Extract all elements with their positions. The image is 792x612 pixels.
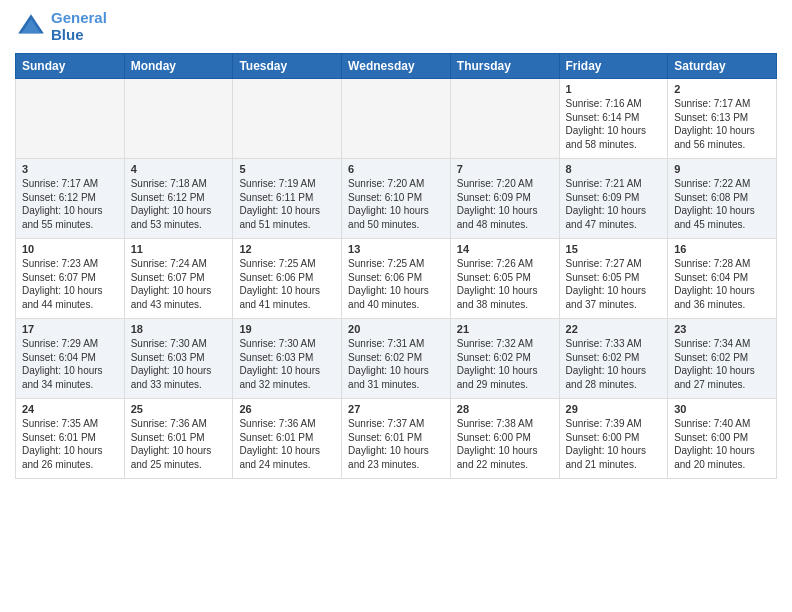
day-info: Sunrise: 7:32 AMSunset: 6:02 PMDaylight:… — [457, 337, 553, 391]
day-number: 21 — [457, 323, 553, 335]
day-number: 25 — [131, 403, 227, 415]
day-number: 12 — [239, 243, 335, 255]
day-info: Sunrise: 7:31 AMSunset: 6:02 PMDaylight:… — [348, 337, 444, 391]
day-info: Sunrise: 7:16 AMSunset: 6:14 PMDaylight:… — [566, 97, 662, 151]
day-number: 11 — [131, 243, 227, 255]
day-info: Sunrise: 7:22 AMSunset: 6:08 PMDaylight:… — [674, 177, 770, 231]
weekday-header-wednesday: Wednesday — [342, 54, 451, 79]
calendar-cell: 3Sunrise: 7:17 AMSunset: 6:12 PMDaylight… — [16, 159, 125, 239]
day-number: 9 — [674, 163, 770, 175]
day-number: 28 — [457, 403, 553, 415]
calendar-cell: 6Sunrise: 7:20 AMSunset: 6:10 PMDaylight… — [342, 159, 451, 239]
day-info: Sunrise: 7:38 AMSunset: 6:00 PMDaylight:… — [457, 417, 553, 471]
day-number: 4 — [131, 163, 227, 175]
day-number: 13 — [348, 243, 444, 255]
calendar-cell: 25Sunrise: 7:36 AMSunset: 6:01 PMDayligh… — [124, 399, 233, 479]
calendar-cell: 4Sunrise: 7:18 AMSunset: 6:12 PMDaylight… — [124, 159, 233, 239]
day-number: 2 — [674, 83, 770, 95]
calendar-cell: 26Sunrise: 7:36 AMSunset: 6:01 PMDayligh… — [233, 399, 342, 479]
calendar-cell — [233, 79, 342, 159]
logo: General Blue — [15, 10, 107, 43]
day-info: Sunrise: 7:23 AMSunset: 6:07 PMDaylight:… — [22, 257, 118, 311]
calendar-cell: 30Sunrise: 7:40 AMSunset: 6:00 PMDayligh… — [668, 399, 777, 479]
day-info: Sunrise: 7:17 AMSunset: 6:12 PMDaylight:… — [22, 177, 118, 231]
day-number: 15 — [566, 243, 662, 255]
calendar-cell — [342, 79, 451, 159]
logo-text: General Blue — [51, 10, 107, 43]
day-info: Sunrise: 7:36 AMSunset: 6:01 PMDaylight:… — [239, 417, 335, 471]
calendar-cell: 20Sunrise: 7:31 AMSunset: 6:02 PMDayligh… — [342, 319, 451, 399]
calendar-cell: 11Sunrise: 7:24 AMSunset: 6:07 PMDayligh… — [124, 239, 233, 319]
day-info: Sunrise: 7:17 AMSunset: 6:13 PMDaylight:… — [674, 97, 770, 151]
calendar-cell: 13Sunrise: 7:25 AMSunset: 6:06 PMDayligh… — [342, 239, 451, 319]
weekday-header-friday: Friday — [559, 54, 668, 79]
day-info: Sunrise: 7:19 AMSunset: 6:11 PMDaylight:… — [239, 177, 335, 231]
day-number: 18 — [131, 323, 227, 335]
weekday-header-row: SundayMondayTuesdayWednesdayThursdayFrid… — [16, 54, 777, 79]
calendar-week-3: 10Sunrise: 7:23 AMSunset: 6:07 PMDayligh… — [16, 239, 777, 319]
calendar-cell: 22Sunrise: 7:33 AMSunset: 6:02 PMDayligh… — [559, 319, 668, 399]
calendar-cell: 17Sunrise: 7:29 AMSunset: 6:04 PMDayligh… — [16, 319, 125, 399]
day-number: 30 — [674, 403, 770, 415]
day-info: Sunrise: 7:21 AMSunset: 6:09 PMDaylight:… — [566, 177, 662, 231]
calendar-cell: 15Sunrise: 7:27 AMSunset: 6:05 PMDayligh… — [559, 239, 668, 319]
calendar-cell: 23Sunrise: 7:34 AMSunset: 6:02 PMDayligh… — [668, 319, 777, 399]
calendar-cell: 29Sunrise: 7:39 AMSunset: 6:00 PMDayligh… — [559, 399, 668, 479]
calendar-cell: 5Sunrise: 7:19 AMSunset: 6:11 PMDaylight… — [233, 159, 342, 239]
calendar-cell — [124, 79, 233, 159]
day-info: Sunrise: 7:28 AMSunset: 6:04 PMDaylight:… — [674, 257, 770, 311]
day-number: 5 — [239, 163, 335, 175]
day-number: 1 — [566, 83, 662, 95]
calendar-week-5: 24Sunrise: 7:35 AMSunset: 6:01 PMDayligh… — [16, 399, 777, 479]
day-number: 23 — [674, 323, 770, 335]
day-info: Sunrise: 7:25 AMSunset: 6:06 PMDaylight:… — [348, 257, 444, 311]
logo-icon — [15, 11, 47, 43]
calendar-cell: 14Sunrise: 7:26 AMSunset: 6:05 PMDayligh… — [450, 239, 559, 319]
day-info: Sunrise: 7:18 AMSunset: 6:12 PMDaylight:… — [131, 177, 227, 231]
calendar-cell: 7Sunrise: 7:20 AMSunset: 6:09 PMDaylight… — [450, 159, 559, 239]
calendar-week-1: 1Sunrise: 7:16 AMSunset: 6:14 PMDaylight… — [16, 79, 777, 159]
day-info: Sunrise: 7:20 AMSunset: 6:10 PMDaylight:… — [348, 177, 444, 231]
page: General Blue SundayMondayTuesdayWednesda… — [0, 0, 792, 489]
day-info: Sunrise: 7:25 AMSunset: 6:06 PMDaylight:… — [239, 257, 335, 311]
day-number: 17 — [22, 323, 118, 335]
weekday-header-thursday: Thursday — [450, 54, 559, 79]
calendar-cell — [16, 79, 125, 159]
calendar-table: SundayMondayTuesdayWednesdayThursdayFrid… — [15, 53, 777, 479]
calendar-cell: 19Sunrise: 7:30 AMSunset: 6:03 PMDayligh… — [233, 319, 342, 399]
day-number: 14 — [457, 243, 553, 255]
calendar-cell: 21Sunrise: 7:32 AMSunset: 6:02 PMDayligh… — [450, 319, 559, 399]
day-number: 27 — [348, 403, 444, 415]
day-info: Sunrise: 7:20 AMSunset: 6:09 PMDaylight:… — [457, 177, 553, 231]
day-info: Sunrise: 7:24 AMSunset: 6:07 PMDaylight:… — [131, 257, 227, 311]
weekday-header-sunday: Sunday — [16, 54, 125, 79]
day-number: 26 — [239, 403, 335, 415]
day-number: 8 — [566, 163, 662, 175]
calendar-cell: 2Sunrise: 7:17 AMSunset: 6:13 PMDaylight… — [668, 79, 777, 159]
calendar-cell: 28Sunrise: 7:38 AMSunset: 6:00 PMDayligh… — [450, 399, 559, 479]
day-number: 19 — [239, 323, 335, 335]
day-number: 10 — [22, 243, 118, 255]
day-info: Sunrise: 7:26 AMSunset: 6:05 PMDaylight:… — [457, 257, 553, 311]
day-info: Sunrise: 7:35 AMSunset: 6:01 PMDaylight:… — [22, 417, 118, 471]
calendar-cell: 1Sunrise: 7:16 AMSunset: 6:14 PMDaylight… — [559, 79, 668, 159]
day-number: 20 — [348, 323, 444, 335]
calendar-week-4: 17Sunrise: 7:29 AMSunset: 6:04 PMDayligh… — [16, 319, 777, 399]
day-info: Sunrise: 7:33 AMSunset: 6:02 PMDaylight:… — [566, 337, 662, 391]
calendar-cell: 10Sunrise: 7:23 AMSunset: 6:07 PMDayligh… — [16, 239, 125, 319]
calendar-cell: 9Sunrise: 7:22 AMSunset: 6:08 PMDaylight… — [668, 159, 777, 239]
day-info: Sunrise: 7:40 AMSunset: 6:00 PMDaylight:… — [674, 417, 770, 471]
calendar-cell — [450, 79, 559, 159]
day-number: 16 — [674, 243, 770, 255]
day-number: 22 — [566, 323, 662, 335]
calendar-cell: 12Sunrise: 7:25 AMSunset: 6:06 PMDayligh… — [233, 239, 342, 319]
day-info: Sunrise: 7:30 AMSunset: 6:03 PMDaylight:… — [131, 337, 227, 391]
day-info: Sunrise: 7:34 AMSunset: 6:02 PMDaylight:… — [674, 337, 770, 391]
day-info: Sunrise: 7:36 AMSunset: 6:01 PMDaylight:… — [131, 417, 227, 471]
day-info: Sunrise: 7:29 AMSunset: 6:04 PMDaylight:… — [22, 337, 118, 391]
calendar-cell: 18Sunrise: 7:30 AMSunset: 6:03 PMDayligh… — [124, 319, 233, 399]
weekday-header-tuesday: Tuesday — [233, 54, 342, 79]
day-info: Sunrise: 7:30 AMSunset: 6:03 PMDaylight:… — [239, 337, 335, 391]
calendar-week-2: 3Sunrise: 7:17 AMSunset: 6:12 PMDaylight… — [16, 159, 777, 239]
weekday-header-monday: Monday — [124, 54, 233, 79]
